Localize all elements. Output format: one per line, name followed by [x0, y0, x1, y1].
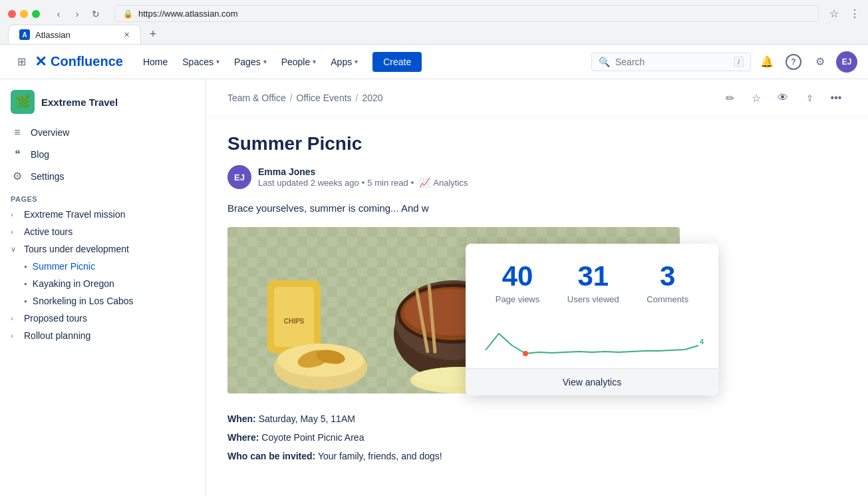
- author-avatar-initials: EJ: [234, 172, 245, 182]
- sidebar-blog-label: Blog: [31, 149, 49, 160]
- waffle-menu-button[interactable]: ⊞: [11, 51, 32, 73]
- space-icon: 🌿: [11, 90, 35, 114]
- browser-navigation: ‹ › ↻: [51, 6, 104, 22]
- space-emoji: 🌿: [15, 95, 30, 109]
- tree-item-snorkeling[interactable]: ● Snorkeling in Los Cabos: [5, 292, 200, 310]
- nav-apps[interactable]: Apps ▾: [324, 53, 364, 71]
- invited-field: Who can be invited: Your family, friends…: [227, 447, 784, 465]
- apps-arrow-icon: ▾: [355, 58, 358, 65]
- settings-button[interactable]: ⚙: [809, 51, 831, 73]
- url-display[interactable]: https://www.atlassian.com: [138, 9, 810, 19]
- bullet-icon: ●: [24, 298, 27, 304]
- sidebar-item-blog[interactable]: ❝ Blog: [5, 143, 200, 165]
- browser-more-icon[interactable]: ⋮: [849, 7, 860, 20]
- watch-button[interactable]: 👁: [772, 87, 794, 109]
- page-title: Summer Picnic: [227, 133, 784, 154]
- nav-home[interactable]: Home: [136, 53, 174, 71]
- user-avatar[interactable]: EJ: [836, 51, 857, 73]
- where-value: Coyote Point Picnic Area: [261, 432, 364, 443]
- close-window-button[interactable]: [8, 10, 16, 18]
- bullet-icon: ●: [24, 264, 27, 270]
- author-name: Emma Jones: [258, 166, 468, 177]
- new-tab-button[interactable]: +: [144, 25, 162, 44]
- help-icon: ?: [786, 54, 801, 70]
- breadcrumb-office-events[interactable]: Office Events: [297, 93, 352, 103]
- edit-button[interactable]: ✏: [719, 87, 740, 109]
- chart-svg: 4: [479, 320, 705, 360]
- minimize-window-button[interactable]: [20, 10, 28, 18]
- header-right: 🔍 / 🔔 ? ⚙ EJ: [591, 51, 857, 73]
- main-layout: 🌿 Exxtreme Travel ≡ Overview ❝ Blog ⚙ Se…: [0, 79, 868, 495]
- maximize-window-button[interactable]: [32, 10, 40, 18]
- expand-icon: ›: [11, 228, 20, 236]
- users-viewed-number: 31: [567, 262, 619, 290]
- breadcrumb-2020[interactable]: 2020: [362, 93, 382, 103]
- tree-item-active-tours[interactable]: › Active tours: [5, 223, 200, 240]
- analytics-link[interactable]: 📈 Analytics: [419, 177, 468, 188]
- create-button[interactable]: Create: [372, 52, 422, 72]
- tree-item-label: Kayaking in Oregon: [33, 278, 114, 289]
- share-button[interactable]: ⇧: [799, 87, 820, 109]
- svg-rect-12: [274, 287, 314, 347]
- when-field: When: Saturday, May 5, 11AM: [227, 409, 784, 428]
- refresh-button[interactable]: ↻: [88, 6, 104, 22]
- forward-button[interactable]: ›: [69, 6, 85, 22]
- spaces-arrow-icon: ▾: [216, 58, 219, 65]
- nav-apps-label: Apps: [331, 57, 352, 67]
- page-details: When: Saturday, May 5, 11AM Where: Coyot…: [227, 409, 784, 465]
- tree-item-proposed-tours[interactable]: › Proposed tours: [5, 310, 200, 327]
- browser-chrome: ‹ › ↻ 🔒 https://www.atlassian.com ☆ ⋮ A …: [0, 0, 868, 45]
- tree-item-label: Rollout planning: [24, 330, 90, 341]
- notifications-button[interactable]: 🔔: [756, 51, 778, 73]
- expand-icon: ›: [11, 332, 20, 340]
- more-button[interactable]: •••: [825, 87, 847, 109]
- confluence-logo-icon: ✕: [35, 53, 47, 71]
- page-intro: Brace yourselves, summer is coming... An…: [227, 202, 784, 214]
- sidebar-overview-label: Overview: [31, 127, 69, 138]
- waffle-icon: ⊞: [17, 55, 26, 68]
- breadcrumb-separator: /: [290, 93, 293, 103]
- sidebar-item-settings[interactable]: ⚙ Settings: [5, 165, 200, 187]
- expand-icon: ›: [11, 210, 20, 218]
- stat-comments: 3 Comments: [647, 262, 688, 304]
- avatar-initials: EJ: [842, 57, 852, 67]
- browser-star-icon[interactable]: ☆: [829, 7, 839, 20]
- notifications-icon: 🔔: [760, 55, 774, 68]
- browser-tab[interactable]: A Atlassian ✕: [8, 25, 141, 44]
- view-analytics-button[interactable]: View analytics: [466, 368, 718, 395]
- tree-item-summer-picnic[interactable]: ● Summer Picnic: [5, 258, 200, 275]
- stat-users-viewed: 31 Users viewed: [567, 262, 619, 304]
- page-views-label: Page views: [496, 294, 539, 304]
- app-header: ⊞ ✕ Confluence Home Spaces ▾ Pages ▾ Peo…: [0, 45, 868, 79]
- tree-item-rollout-planning[interactable]: › Rollout planning: [5, 327, 200, 344]
- tree-item-label: Snorkeling in Los Cabos: [33, 296, 134, 306]
- tree-item-label: Summer Picnic: [33, 261, 95, 272]
- content-area: Team & Office / Office Events / 2020 ✏ ☆…: [206, 79, 868, 495]
- nav-pages[interactable]: Pages ▾: [227, 53, 273, 71]
- tree-item-label: Active tours: [24, 226, 72, 237]
- tree-item-tours-under-dev[interactable]: ∨ Tours under development: [5, 240, 200, 258]
- breadcrumb-team-office[interactable]: Team & Office: [227, 93, 286, 103]
- confluence-logo[interactable]: ✕ Confluence: [35, 53, 123, 71]
- star-icon: ☆: [752, 92, 761, 105]
- nav-spaces[interactable]: Spaces ▾: [176, 53, 226, 71]
- stat-page-views: 40 Page views: [496, 262, 539, 304]
- tree-item-travel-mission[interactable]: › Exxtreme Travel mission: [5, 206, 200, 223]
- help-button[interactable]: ?: [783, 51, 804, 73]
- search-box[interactable]: 🔍 /: [591, 53, 751, 71]
- analytics-popup: 40 Page views 31 Users viewed 3 Comments: [466, 244, 718, 395]
- tree-item-label: Proposed tours: [24, 313, 87, 324]
- tab-close-button[interactable]: ✕: [124, 31, 130, 39]
- tree-item-label: Exxtreme Travel mission: [24, 209, 125, 220]
- search-input[interactable]: [615, 57, 728, 67]
- nav-people[interactable]: People ▾: [275, 53, 323, 71]
- author-meta: Last updated 2 weeks ago • 5 min read • …: [258, 177, 468, 188]
- tree-item-kayaking[interactable]: ● Kayaking in Oregon: [5, 275, 200, 292]
- analytics-stats: 40 Page views 31 Users viewed 3 Comments: [466, 244, 718, 315]
- comments-label: Comments: [647, 294, 688, 304]
- star-button[interactable]: ☆: [746, 87, 767, 109]
- expand-icon: ›: [11, 314, 20, 322]
- back-button[interactable]: ‹: [51, 6, 67, 22]
- tab-favicon: A: [19, 29, 30, 40]
- sidebar-item-overview[interactable]: ≡ Overview: [5, 122, 200, 143]
